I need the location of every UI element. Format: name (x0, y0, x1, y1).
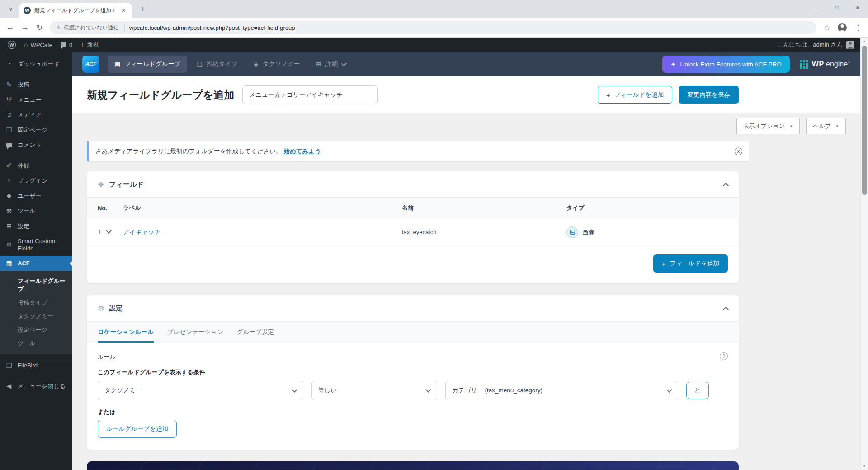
address-bar[interactable]: ⚠ 保護されていない通信 wpcafe.local/wp-admin/post-… (50, 21, 816, 34)
sidebar-item-users[interactable]: ☻ユーザー (0, 188, 72, 204)
grid-icon: ⊞ (316, 61, 321, 68)
help-toggle[interactable]: ヘルプ▼ (806, 118, 846, 134)
wp-engine-logo[interactable]: WP engine® (800, 60, 850, 69)
window-maximize-button[interactable]: □ (826, 0, 847, 15)
acf-logo[interactable]: ACF (82, 56, 99, 73)
new-content-link[interactable]: + 新規 (76, 38, 103, 52)
notice-start-link[interactable]: 始めてみよう (283, 148, 321, 155)
browser-tab[interactable]: W 新規フィールドグループを追加 ‹ WPC ✕ (19, 3, 132, 18)
rule-operator-select[interactable]: 等しい (311, 381, 437, 400)
sidebar-item-tools[interactable]: ⚒ツール (0, 204, 72, 219)
caret-down-icon: ▼ (835, 124, 839, 128)
new-tab-button[interactable]: + (137, 3, 149, 15)
media-icon: ♫ (5, 111, 14, 119)
account-menu[interactable]: こんにちは、admin さん (777, 41, 857, 49)
add-field-header-button[interactable]: +フィールドを追加 (598, 86, 672, 104)
sidebar-item-comments[interactable]: コメント (0, 138, 72, 153)
collapse-panel-icon[interactable] (723, 306, 729, 312)
gear-icon: ⚙ (98, 304, 104, 313)
rule-param-select[interactable]: タクソノミー (98, 381, 303, 400)
window-close-button[interactable]: ✕ (847, 0, 868, 15)
sidebar-item-media[interactable]: ♫メディア (0, 108, 72, 123)
dismiss-notice-icon[interactable]: ✕ (735, 148, 742, 155)
submenu-item-tools[interactable]: ツール (0, 337, 72, 350)
forward-icon[interactable]: → (21, 23, 29, 32)
browser-profile-avatar[interactable] (838, 23, 847, 32)
gear-icon: ⚙ (5, 241, 14, 249)
help-icon[interactable]: ? (720, 352, 728, 360)
main-content: ACF ▤フィールドグループ ❏投稿タイプ ◈タクソノミー ⊞詳細 ✦ Unlo… (72, 52, 860, 470)
save-changes-button[interactable]: 変更内容を保存 (679, 86, 739, 104)
sidebar-item-smart-custom-fields[interactable]: ⚙Smart Custom Fields (0, 234, 72, 256)
fields-table-header: No. ラベル 名前 タイプ (87, 197, 739, 218)
bookmark-star-icon[interactable]: ☆ (824, 23, 830, 33)
media-library-notice: さあメディアライブラリに最初のフォルダーを作成してください。 始めてみよう ✕ (87, 141, 749, 161)
submenu-item-post-types[interactable]: 投稿タイプ (0, 296, 72, 310)
comments-link[interactable]: 0 (57, 38, 76, 52)
field-label-link[interactable]: アイキャッチ (123, 229, 160, 235)
tab-title: 新規フィールドグループを追加 ‹ WPC (34, 7, 116, 14)
security-warning[interactable]: ⚠ 保護されていない通信 (56, 24, 124, 32)
scroll-down-icon[interactable]: ▼ (861, 462, 868, 470)
url-text: wpcafe.local/wp-admin/post-new.php?post_… (129, 24, 295, 31)
acf-tab-taxonomies[interactable]: ◈タクソノミー (247, 56, 307, 73)
chevron-down-icon (292, 387, 297, 393)
column-type: タイプ (566, 204, 739, 212)
tab-search-button[interactable]: ∨ (5, 3, 17, 15)
back-icon[interactable]: ← (6, 23, 14, 32)
reload-icon[interactable]: ↻ (36, 23, 42, 33)
scroll-up-icon[interactable]: ▲ (861, 38, 868, 45)
add-rule-group-button[interactable]: ルールグループを追加 (98, 420, 177, 438)
list-icon: ▤ (114, 61, 120, 68)
screen-options-toggle[interactable]: 表示オプション▼ (736, 118, 800, 134)
tab-presentation[interactable]: プレゼンテーション (167, 322, 223, 343)
plugin-icon: ♆ (5, 177, 14, 185)
chevron-down-icon (341, 61, 347, 66)
sidebar-item-settings[interactable]: ≣設定 (0, 219, 72, 234)
sidebar-item-appearance[interactable]: ✐外観 (0, 158, 72, 174)
acf-toolbar: ACF ▤フィールドグループ ❏投稿タイプ ◈タクソノミー ⊞詳細 ✦ Unlo… (72, 52, 860, 76)
wp-logo-menu[interactable]: W (4, 38, 20, 52)
site-name-link[interactable]: ⌂ WPCafe (20, 38, 57, 52)
browser-url-bar: ← → ↻ ⚠ 保護されていない通信 wpcafe.local/wp-admin… (0, 18, 868, 38)
acf-tab-field-groups[interactable]: ▤フィールドグループ (108, 56, 187, 73)
acf-promo-banner[interactable] (87, 461, 739, 470)
add-field-button[interactable]: +フィールドを追加 (653, 254, 728, 273)
rule-value-select[interactable]: カテゴリー (tax_menu_category) (445, 381, 678, 400)
chevron-down-icon (666, 387, 672, 393)
browser-menu-icon[interactable]: ⋮ (854, 23, 862, 33)
sidebar-item-posts[interactable]: ✎投稿 (0, 77, 72, 93)
page-scrollbar[interactable]: ▲ ▼ (860, 38, 868, 470)
tab-group-settings[interactable]: グループ設定 (237, 322, 274, 343)
collapse-menu-button[interactable]: ◀メニューを閉じる (0, 379, 72, 394)
acf-tab-more[interactable]: ⊞詳細 (309, 56, 353, 73)
sidebar-item-filebird[interactable]: ❒FileBird (0, 358, 72, 374)
user-avatar (846, 41, 854, 49)
field-row-number: 1 (87, 229, 107, 235)
collapse-panel-icon[interactable] (723, 183, 729, 188)
sidebar-item-menu[interactable]: Ψメニュー (0, 92, 72, 108)
sidebar-item-dashboard[interactable]: ◔ダッシュボード (0, 56, 72, 72)
sidebar-item-plugins[interactable]: ♆プラグイン (0, 174, 72, 189)
window-minimize-button[interactable]: ─ (806, 0, 826, 15)
add-and-rule-button[interactable]: と (686, 382, 709, 399)
submenu-item-taxonomies[interactable]: タクソノミー (0, 310, 72, 323)
submenu-item-options-pages[interactable]: 設定ページ (0, 323, 72, 337)
expand-field-icon[interactable] (107, 229, 123, 235)
submenu-item-field-groups[interactable]: フィールドグループ (0, 274, 72, 296)
fields-panel-title: フィールド (109, 180, 143, 189)
field-group-title-input[interactable] (242, 85, 378, 104)
wp-admin-sidebar: ◔ダッシュボード ✎投稿 Ψメニュー ♫メディア ❐固定ページ コメント ✐外観… (0, 52, 72, 470)
wp-engine-grid-icon (800, 60, 808, 69)
caret-down-icon: ▼ (789, 124, 793, 128)
scrollbar-thumb[interactable] (862, 46, 867, 195)
acf-pro-upgrade-button[interactable]: ✦ Unlock Extra Features with ACF PRO (662, 56, 790, 73)
column-label: ラベル (123, 204, 402, 212)
wordpress-logo-icon: W (8, 41, 16, 49)
acf-tab-post-types[interactable]: ❏投稿タイプ (190, 56, 244, 73)
sidebar-item-acf[interactable]: ▦ACF (0, 256, 72, 271)
collapse-arrow-icon: ◀ (5, 382, 14, 390)
tab-location-rules[interactable]: ロケーションルール (98, 322, 154, 343)
sidebar-item-pages[interactable]: ❐固定ページ (0, 122, 72, 138)
tab-close-icon[interactable]: ✕ (119, 6, 127, 14)
